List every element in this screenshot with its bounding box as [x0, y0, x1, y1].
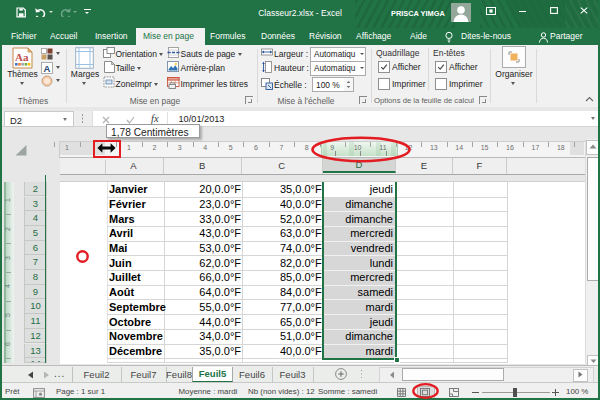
svg-text:A: A: [44, 62, 51, 73]
svg-text:Aa: Aa: [15, 51, 29, 63]
